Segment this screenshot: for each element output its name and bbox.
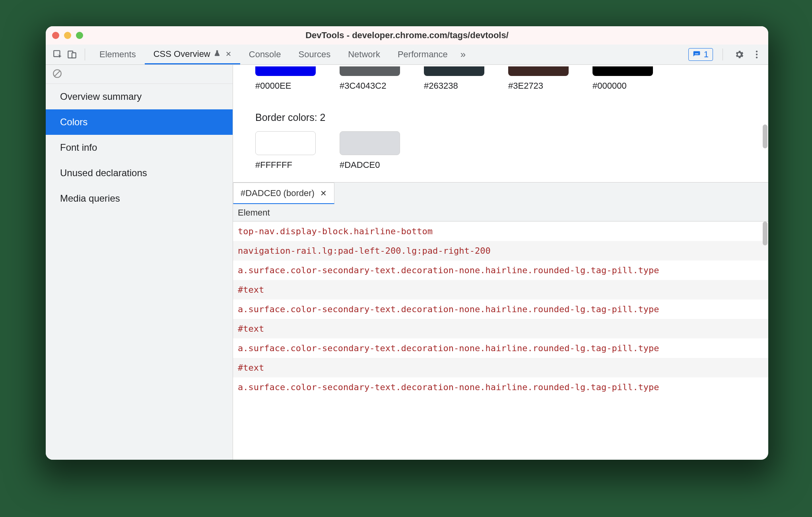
issues-button[interactable]: 1 [688, 48, 713, 61]
svg-point-4 [756, 54, 758, 55]
color-swatch[interactable]: #FFFFFF [255, 131, 316, 170]
color-details-panel: #DADCE0 (border) ✕ Element top-nav.displ… [233, 182, 768, 460]
sidebar-item-media-queries[interactable]: Media queries [46, 186, 233, 211]
element-row[interactable]: top-nav.display-block.hairline-bottom [233, 222, 768, 241]
element-row[interactable]: #text [233, 280, 768, 299]
svg-rect-2 [72, 53, 76, 58]
element-row[interactable]: a.surface.color-secondary-text.decoratio… [233, 260, 768, 280]
color-swatch-row: #0000EE #3C4043C2 #263238 #3E2723 #00000… [255, 65, 746, 91]
toggle-device-icon[interactable] [65, 47, 79, 62]
svg-point-3 [756, 51, 758, 52]
tab-elements[interactable]: Elements [91, 45, 145, 64]
swatch-label: #000000 [592, 81, 627, 91]
sidebar-item-overview-summary[interactable]: Overview summary [46, 84, 233, 109]
tab-network[interactable]: Network [339, 45, 389, 64]
tab-label: Sources [298, 49, 330, 60]
tab-label: Console [249, 49, 281, 60]
swatch-label: #DADCE0 [340, 160, 380, 170]
color-swatch[interactable]: #000000 [592, 66, 653, 91]
sidebar-item-colors[interactable]: Colors [46, 109, 233, 135]
swatch-label: #0000EE [255, 81, 291, 91]
color-swatch[interactable]: #0000EE [255, 66, 316, 91]
scrollbar-thumb[interactable] [763, 222, 767, 245]
inspect-element-icon[interactable] [51, 47, 65, 62]
css-overview-main: #0000EE #3C4043C2 #263238 #3E2723 #00000… [233, 65, 768, 460]
element-row[interactable]: a.surface.color-secondary-text.decoratio… [233, 299, 768, 319]
more-options-icon[interactable] [750, 48, 763, 61]
details-rows: top-nav.display-block.hairline-bottom na… [233, 222, 768, 460]
tab-css-overview[interactable]: CSS Overview ✕ [145, 45, 240, 64]
swatch-label: #3E2723 [508, 81, 543, 91]
close-tab-icon[interactable]: ✕ [225, 50, 231, 58]
tab-label: Performance [398, 49, 448, 60]
element-row[interactable]: #text [233, 319, 768, 338]
swatch-label: #3C4043C2 [340, 81, 386, 91]
tab-sources[interactable]: Sources [289, 45, 339, 64]
element-row[interactable]: a.surface.color-secondary-text.decoratio… [233, 338, 768, 358]
more-tabs-icon[interactable]: » [460, 49, 466, 60]
tab-label: Elements [99, 49, 136, 60]
issues-count: 1 [704, 49, 709, 60]
color-swatch[interactable]: #DADCE0 [340, 131, 400, 170]
svg-point-5 [756, 56, 758, 58]
element-row[interactable]: navigation-rail.lg:pad-left-200.lg:pad-r… [233, 241, 768, 260]
details-column-header: Element [233, 204, 768, 222]
window-title: DevTools - developer.chrome.com/tags/dev… [46, 30, 768, 41]
element-row[interactable]: #text [233, 358, 768, 377]
separator [85, 49, 85, 60]
details-tab-label: #DADCE0 (border) [241, 188, 315, 198]
swatch-label: #FFFFFF [255, 160, 292, 170]
sidebar-item-font-info[interactable]: Font info [46, 135, 233, 160]
sidebar-item-unused-declarations[interactable]: Unused declarations [46, 160, 233, 186]
color-swatch[interactable]: #3C4043C2 [340, 66, 400, 91]
border-swatch-row: #FFFFFF #DADCE0 [255, 131, 746, 170]
element-row[interactable]: a.surface.color-secondary-text.decoratio… [233, 377, 768, 397]
tab-label: CSS Overview [153, 49, 210, 59]
border-colors-heading: Border colors: 2 [255, 112, 746, 123]
panel-body: Overview summary Colors Font info Unused… [46, 65, 768, 460]
sidebar-toolbar [46, 65, 233, 84]
separator [723, 49, 723, 60]
tab-performance[interactable]: Performance [389, 45, 457, 64]
css-overview-sidebar: Overview summary Colors Font info Unused… [46, 65, 233, 460]
tab-label: Network [348, 49, 380, 60]
color-swatch[interactable]: #3E2723 [508, 66, 569, 91]
details-tabs: #DADCE0 (border) ✕ [233, 183, 768, 204]
svg-line-7 [55, 71, 60, 76]
window-titlebar: DevTools - developer.chrome.com/tags/dev… [46, 26, 768, 45]
details-tab[interactable]: #DADCE0 (border) ✕ [233, 183, 334, 204]
experiment-icon [214, 49, 221, 59]
color-swatch[interactable]: #263238 [424, 66, 484, 91]
devtools-window: DevTools - developer.chrome.com/tags/dev… [46, 26, 768, 460]
clear-overview-icon[interactable] [52, 68, 62, 80]
scrollbar-thumb[interactable] [763, 124, 767, 148]
panel-tabs: Elements CSS Overview ✕ Console Sources … [91, 45, 457, 64]
colors-section: #0000EE #3C4043C2 #263238 #3E2723 #00000… [233, 65, 768, 182]
swatch-label: #263238 [424, 81, 458, 91]
tab-console[interactable]: Console [240, 45, 290, 64]
close-tab-icon[interactable]: ✕ [320, 189, 327, 198]
devtools-tabstrip: Elements CSS Overview ✕ Console Sources … [46, 45, 768, 65]
settings-icon[interactable] [732, 48, 746, 61]
